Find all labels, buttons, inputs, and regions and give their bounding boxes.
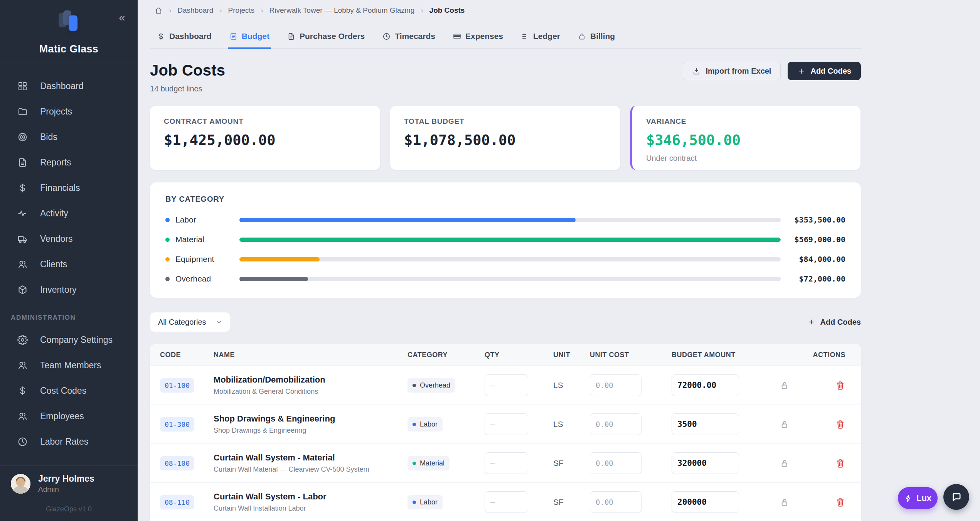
breadcrumb-separator: › [219, 6, 222, 15]
sidebar-item-label: Company Settings [40, 335, 113, 345]
qty-input[interactable] [485, 374, 528, 396]
sidebar-item-label: Inventory [40, 285, 77, 295]
avatar [11, 474, 30, 494]
line-item-description: Shop Drawings & Engineering [214, 427, 407, 435]
line-item-description: Mobilization & General Conditions [214, 388, 407, 396]
category-filter-select[interactable]: All Categories [150, 312, 230, 332]
table-row-08-100: 08-100Curtain Wall System - MaterialCurt… [150, 444, 861, 483]
sidebar-item-reports[interactable]: Reports [0, 150, 138, 175]
unit-cost-input[interactable] [590, 491, 642, 513]
home-icon[interactable] [155, 7, 163, 15]
card-label: VARIANCE [646, 117, 847, 126]
tab-expenses[interactable]: Expenses [451, 32, 505, 49]
category-label: Material [175, 235, 204, 244]
sidebar-item-activity[interactable]: Activity [0, 201, 138, 226]
category-dot [413, 423, 416, 426]
trash-icon[interactable] [835, 497, 845, 508]
unlock-icon[interactable] [779, 497, 790, 508]
unit-cost-input[interactable] [590, 413, 642, 435]
sidebar-item-label: Clients [40, 259, 67, 270]
category-bar-row-material: Material$569,000.00 [165, 236, 845, 243]
import-from-excel-button[interactable]: Import from Excel [683, 62, 781, 80]
card-label: CONTRACT AMOUNT [164, 117, 366, 126]
category-bar-track [239, 257, 781, 261]
tab-budget[interactable]: Budget [228, 32, 271, 49]
sidebar-item-team-members[interactable]: Team Members [0, 352, 138, 378]
dollar-icon [17, 386, 28, 396]
sidebar-item-label: Labor Rates [40, 437, 88, 447]
unit-cost-input[interactable] [590, 374, 642, 396]
table-header-row: CODENAMECATEGORYQTYUNITUNIT COSTBUDGET A… [150, 344, 861, 366]
sidebar-user[interactable]: Jerry Holmes Admin [0, 465, 138, 499]
trash-icon[interactable] [835, 419, 845, 430]
qty-input[interactable] [485, 491, 528, 513]
trash-icon[interactable] [835, 380, 845, 391]
unlock-icon[interactable] [779, 458, 790, 469]
sidebar-collapse-icon[interactable]: « [119, 12, 125, 23]
sidebar-item-clients[interactable]: Clients [0, 251, 138, 277]
sidebar-header: « Matic Glass [0, 0, 138, 64]
budget-amount-input[interactable] [672, 452, 739, 474]
sidebar-item-bids[interactable]: Bids [0, 124, 138, 150]
category-chip-labor: Labor [407, 417, 443, 432]
cost-code-badge: 08-110 [160, 495, 194, 509]
target-icon [17, 132, 28, 142]
card-icon [453, 32, 461, 40]
add-codes-button[interactable]: Add Codes [788, 62, 861, 80]
category-chip-label: Labor [420, 498, 438, 506]
chat-button[interactable] [943, 484, 969, 510]
sidebar-item-labor-rates[interactable]: Labor Rates [0, 429, 138, 454]
category-bar-fill [239, 238, 781, 242]
unlock-icon[interactable] [779, 419, 790, 430]
tab-label: Billing [590, 32, 615, 41]
sidebar-item-inventory[interactable]: Inventory [0, 277, 138, 302]
add-codes-button-label: Add Codes [810, 67, 851, 76]
tab-billing[interactable]: Billing [576, 32, 616, 49]
sidebar-item-company-settings[interactable]: Company Settings [0, 327, 138, 352]
sidebar-item-projects[interactable]: Projects [0, 99, 138, 124]
category-dot [413, 501, 416, 504]
breadcrumb-item-riverwalk-tower-lobby-and-podium-glazing[interactable]: Riverwalk Tower — Lobby & Podium Glazing [269, 6, 415, 15]
trash-icon[interactable] [835, 458, 845, 469]
add-codes-link[interactable]: Add Codes [808, 318, 861, 327]
breadcrumb-item-dashboard[interactable]: Dashboard [177, 6, 213, 15]
line-item-description: Curtain Wall Material — Clearview CV-500… [214, 465, 407, 474]
category-bar-track [239, 238, 781, 242]
qty-input[interactable] [485, 452, 528, 474]
sidebar-item-employees[interactable]: Employees [0, 403, 138, 429]
lux-assistant-button[interactable]: Lux [898, 487, 938, 509]
budget-amount-input[interactable] [672, 491, 739, 513]
import-button-label: Import from Excel [706, 67, 771, 76]
column-header-budget-amount: BUDGET AMOUNT [672, 351, 743, 359]
truck-icon [17, 234, 28, 244]
sidebar-item-label: Projects [40, 106, 72, 117]
tab-label: Purchase Orders [300, 32, 365, 41]
tab-ledger[interactable]: Ledger [519, 32, 562, 49]
qty-input[interactable] [485, 413, 528, 435]
tab-timecards[interactable]: Timecards [381, 32, 437, 49]
unlock-icon[interactable] [779, 380, 790, 391]
sidebar-item-financials[interactable]: Financials [0, 175, 138, 201]
table-row-01-300: 01-300Shop Drawings & EngineeringShop Dr… [150, 405, 861, 444]
plus-icon [808, 318, 815, 326]
sidebar-item-label: Cost Codes [40, 386, 86, 396]
category-amount: $72,000.00 [781, 274, 845, 283]
grid-icon [17, 81, 28, 91]
cost-code-badge: 01-100 [160, 378, 194, 393]
sidebar-item-dashboard[interactable]: Dashboard [0, 73, 138, 99]
budget-amount-input[interactable] [672, 374, 739, 396]
sidebar-item-cost-codes[interactable]: Cost Codes [0, 378, 138, 403]
unit-cost-input[interactable] [590, 452, 642, 474]
category-dot [165, 277, 170, 281]
category-bar-row-equipment: Equipment$84,000.00 [165, 256, 845, 263]
tab-purchase-orders[interactable]: Purchase Orders [286, 32, 366, 49]
category-bar-fill [239, 257, 320, 261]
tab-dashboard[interactable]: Dashboard [155, 32, 213, 49]
brand-logo [58, 10, 80, 34]
category-label: Labor [175, 215, 196, 224]
list-icon [521, 32, 529, 40]
breadcrumb-item-projects[interactable]: Projects [228, 6, 255, 15]
sidebar-item-label: Reports [40, 157, 71, 168]
sidebar-item-vendors[interactable]: Vendors [0, 226, 138, 251]
budget-amount-input[interactable] [672, 413, 739, 435]
